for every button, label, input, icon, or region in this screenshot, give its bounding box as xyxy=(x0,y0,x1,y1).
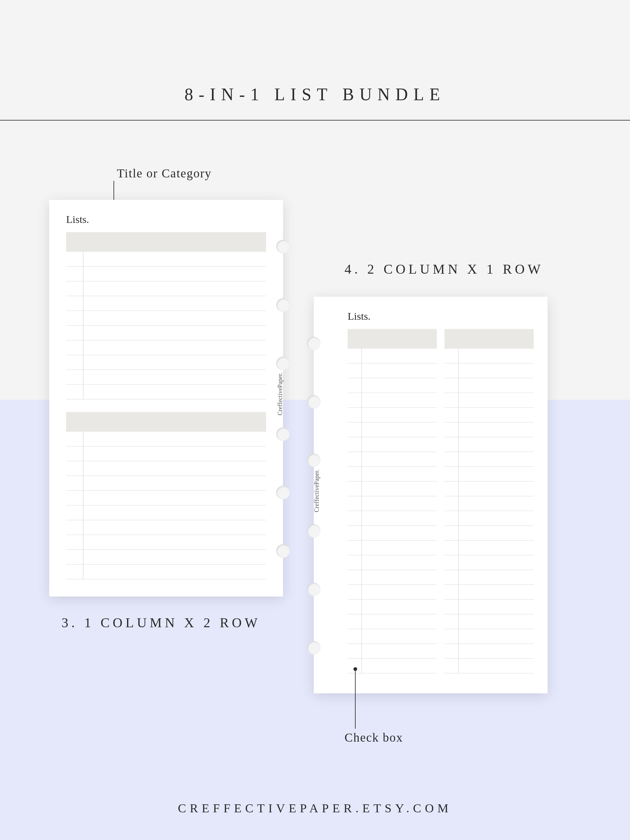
planner-card-left: Lists. CreffectivePaper. xyxy=(49,200,283,597)
annotation-checkbox: Check box xyxy=(345,730,403,745)
title-bar xyxy=(66,412,266,432)
caption-left: 3. 1 COLUMN X 2 ROW xyxy=(62,615,261,631)
binder-hole xyxy=(307,395,321,409)
binder-hole xyxy=(307,583,321,596)
binder-hole xyxy=(307,641,321,655)
ruled-lines xyxy=(66,432,266,579)
binder-hole xyxy=(307,337,321,350)
ruled-lines xyxy=(445,349,534,673)
footer-url: CREFFECTIVEPAPER.ETSY.COM xyxy=(0,801,630,815)
caption-right: 4. 2 COLUMN X 1 ROW xyxy=(345,261,544,277)
card-heading: Lists. xyxy=(348,311,371,322)
binder-hole xyxy=(307,453,321,467)
binder-hole xyxy=(276,298,290,312)
title-bar xyxy=(348,329,437,349)
title-bar xyxy=(445,329,534,349)
title-rule xyxy=(0,120,630,120)
brand-watermark: CreffectivePaper. xyxy=(313,469,320,512)
binder-hole xyxy=(276,357,290,370)
binder-hole xyxy=(276,486,290,499)
page-title: 8-IN-1 LIST BUNDLE xyxy=(0,85,630,104)
card-heading: Lists. xyxy=(66,214,89,225)
binder-hole xyxy=(276,427,290,441)
planner-card-right: Lists. CreffectivePaper. xyxy=(314,297,548,693)
brand-watermark: CreffectivePaper. xyxy=(277,373,283,415)
binder-hole xyxy=(276,544,290,558)
ruled-lines xyxy=(66,252,266,399)
annotation-title: Title or Category xyxy=(117,166,212,180)
binder-hole xyxy=(276,240,290,253)
ruled-lines xyxy=(348,349,437,673)
binder-hole xyxy=(307,524,321,538)
title-bar xyxy=(66,232,266,252)
